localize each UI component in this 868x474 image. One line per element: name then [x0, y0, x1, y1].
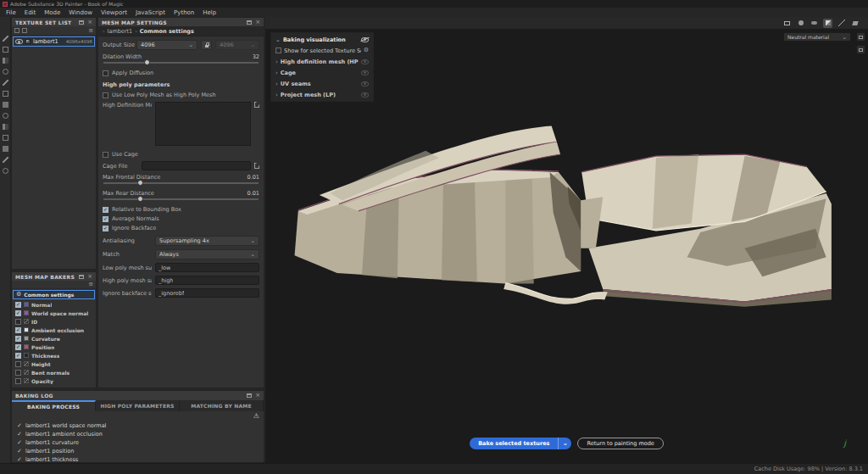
visibility-eye-icon[interactable]	[361, 92, 369, 98]
breadcrumb-texture-set[interactable]: lambert1	[108, 28, 133, 35]
close-icon[interactable]: ×	[255, 20, 260, 25]
slider-knob[interactable]	[137, 196, 143, 202]
projection-tool-icon[interactable]	[3, 58, 8, 64]
mesh-map-bakers-header[interactable]: MESH MAP BAKERS ×	[12, 272, 96, 281]
menu-python[interactable]: Python	[170, 9, 198, 16]
quick-mask-tool-icon[interactable]	[3, 113, 8, 119]
dilation-width-value[interactable]: 32	[253, 53, 259, 60]
menu-window[interactable]: Window	[64, 9, 97, 16]
eraser-tool-icon[interactable]	[3, 47, 8, 53]
baker-checkbox[interactable]: ✓	[15, 378, 21, 384]
camera-settings-icon[interactable]	[856, 32, 865, 42]
breadcrumb-common-settings[interactable]: Common settings	[140, 28, 194, 35]
slider-knob[interactable]	[137, 180, 143, 186]
sort-icon[interactable]	[22, 28, 27, 33]
max-frontal-distance-value[interactable]: 0.01	[248, 174, 259, 181]
show-selected-checkbox[interactable]: ✓	[275, 47, 281, 53]
baking-visualization-title-row[interactable]: ⌄ Baking visualization	[271, 34, 373, 45]
dock-icon[interactable]	[79, 20, 84, 25]
visibility-eye-icon[interactable]	[361, 81, 369, 86]
relative-bounding-box-checkbox[interactable]: ✓	[103, 207, 108, 213]
paint-tool-icon[interactable]	[3, 36, 8, 42]
file-browse-icon[interactable]	[254, 102, 259, 108]
baking-log-header[interactable]: BAKING LOG ×	[12, 391, 264, 400]
lock-icon[interactable]	[201, 40, 212, 50]
tab-matching-by-name[interactable]: MATCHING BY NAME	[180, 400, 264, 411]
baker-row-curvature[interactable]: ✓ Curvature	[12, 334, 96, 343]
baker-checkbox[interactable]: ✓	[15, 361, 21, 367]
neutral-material-dropdown[interactable]: Neutral material ⌄	[783, 32, 851, 42]
environment-icon[interactable]	[796, 19, 805, 28]
material-preview-icon[interactable]	[810, 19, 819, 28]
dock-icon[interactable]	[247, 393, 252, 398]
menu-edit[interactable]: Edit	[20, 9, 41, 16]
baker-row-bent-normals[interactable]: ✓ Bent normals	[12, 368, 96, 376]
list-options-icon[interactable]: ≡	[88, 282, 93, 287]
baker-row-position[interactable]: ✓ Position	[12, 343, 96, 351]
average-normals-checkbox[interactable]: ✓	[103, 216, 108, 222]
ignore-backface-suffix-input[interactable]: _ignorebf	[155, 288, 259, 298]
baker-row-normal[interactable]: ✓ Normal	[12, 300, 96, 309]
common-settings-row[interactable]: ⚙ Common settings	[13, 290, 95, 299]
return-to-painting-mode-button[interactable]: Return to painting mode	[577, 438, 663, 449]
use-low-as-high-checkbox[interactable]: ✓	[103, 92, 108, 98]
low-poly-suffix-input[interactable]: _low	[155, 263, 259, 272]
high-definition-meshes-box[interactable]	[155, 102, 251, 146]
close-icon[interactable]: ×	[87, 274, 92, 280]
high-poly-suffix-input[interactable]: _high	[155, 276, 259, 285]
polygon-fill-tool-icon[interactable]	[3, 69, 8, 75]
baker-row-opacity[interactable]: ✓ Opacity	[12, 376, 96, 385]
baker-checkbox[interactable]: ✓	[15, 344, 21, 350]
brush-icon[interactable]	[823, 19, 832, 28]
baker-checkbox[interactable]: ✓	[15, 353, 21, 359]
texture-set-row[interactable]: lambert1 4096x4096	[13, 36, 95, 47]
slider-knob[interactable]	[144, 59, 150, 65]
baker-checkbox[interactable]: ✓	[15, 327, 21, 333]
baker-row-id[interactable]: ✓ ID	[12, 317, 96, 326]
close-icon[interactable]: ×	[255, 393, 260, 399]
match-dropdown[interactable]: Always ⌄	[155, 249, 259, 259]
ignore-backface-checkbox[interactable]: ✓	[103, 226, 108, 231]
pen-icon[interactable]	[837, 19, 846, 28]
max-frontal-distance-slider[interactable]	[103, 182, 259, 184]
baker-row-world-space-normal[interactable]: ✓ World space normal	[12, 309, 96, 317]
visibility-eye-icon[interactable]	[15, 39, 23, 44]
use-cage-checkbox[interactable]: ✓	[103, 152, 108, 158]
baker-checkbox[interactable]: ✓	[15, 302, 21, 308]
max-rear-distance-slider[interactable]	[103, 198, 259, 200]
visibility-eye-icon[interactable]	[361, 70, 369, 75]
menu-mode[interactable]: Mode	[40, 9, 64, 16]
perspective-icon[interactable]	[782, 19, 792, 28]
stencil-tool-icon[interactable]	[3, 157, 8, 163]
dilation-width-slider[interactable]	[103, 62, 259, 64]
bake-options-dropdown[interactable]: ⌄	[558, 438, 571, 449]
tab-baking-process[interactable]: BAKING PROCESS	[12, 400, 96, 411]
close-icon[interactable]: ×	[87, 20, 92, 25]
group-cage[interactable]: › Cage	[271, 67, 373, 78]
baker-checkbox[interactable]: ✓	[15, 310, 21, 316]
menu-viewport[interactable]: Viewport	[97, 9, 131, 16]
antialiasing-dropdown[interactable]: Supersampling 4x ⌄	[155, 236, 259, 246]
baker-row-ambient-occlusion[interactable]: ✓ Ambient occlusion	[12, 326, 96, 334]
gear-icon[interactable]: ⚙	[364, 47, 369, 53]
list-options-icon[interactable]: ≡	[88, 28, 93, 34]
tab-high-poly-parameters[interactable]: HIGH POLY PARAMETERS	[96, 400, 180, 411]
clone-tool-icon[interactable]	[3, 91, 8, 97]
menu-file[interactable]: File	[2, 9, 20, 16]
symmetry-tool-icon[interactable]	[3, 135, 8, 141]
warning-icon[interactable]: ⚠	[253, 413, 259, 420]
mesh-map-settings-header[interactable]: MESH MAP SETTINGS ×	[98, 18, 264, 26]
dock-icon[interactable]	[79, 275, 84, 279]
output-size-dropdown[interactable]: 4096 ⌄	[136, 40, 198, 50]
baker-checkbox[interactable]: ✓	[15, 319, 21, 325]
menu-javascript[interactable]: JavaScript	[131, 9, 170, 16]
show-selected-row[interactable]: ✓ Show for selected Texture Set only ⚙	[271, 45, 373, 56]
eye-slash-icon[interactable]	[361, 37, 369, 42]
baker-checkbox[interactable]: ✓	[15, 370, 21, 376]
baker-checkbox[interactable]: ✓	[15, 336, 21, 342]
visibility-eye-icon[interactable]	[361, 59, 369, 64]
display-settings-icon[interactable]	[856, 45, 865, 54]
menu-help[interactable]: Help	[198, 9, 220, 16]
file-browse-icon[interactable]	[254, 163, 259, 169]
geometry-mask-tool-icon[interactable]	[3, 124, 8, 130]
